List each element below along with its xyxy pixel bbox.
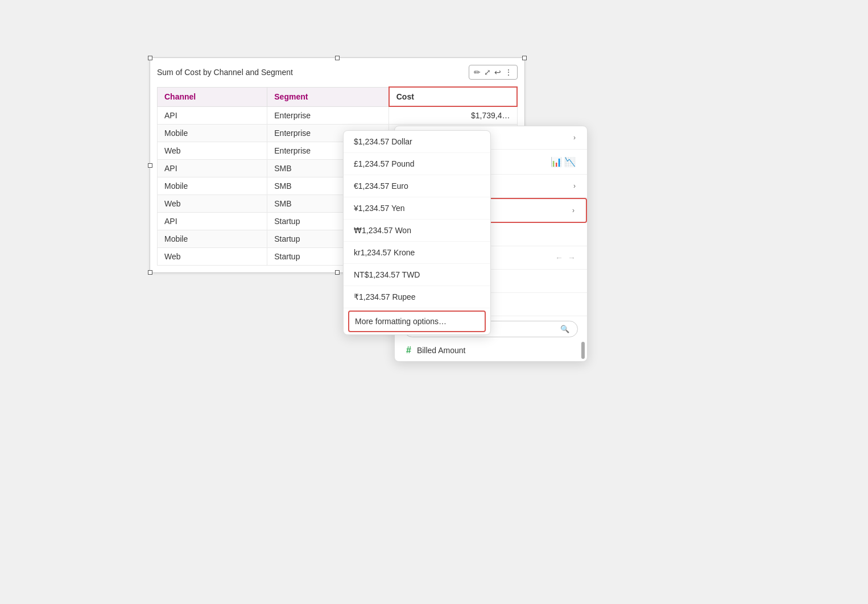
- handle-tm[interactable]: [335, 56, 340, 60]
- more-icon[interactable]: ⋮: [505, 68, 512, 77]
- submenu-item-more[interactable]: More formatting options…: [348, 311, 486, 332]
- sort-icons: 📊 📉: [551, 156, 576, 167]
- move-left-icon[interactable]: ←: [555, 253, 563, 262]
- cell-channel: Web: [158, 248, 267, 266]
- scroll-indicator: [581, 342, 585, 359]
- table-row: API Enterprise $1,739,4…: [158, 106, 518, 125]
- submenu-item-euro[interactable]: €1,234.57 Euro: [344, 175, 490, 197]
- submenu-item-twd[interactable]: NT$1,234.57 TWD: [344, 264, 490, 286]
- handle-ml[interactable]: [148, 163, 152, 168]
- search-icon: 🔍: [560, 325, 569, 333]
- cell-segment: Enterprise: [267, 106, 389, 125]
- submenu-item-dollar[interactable]: $1,234.57 Dollar: [344, 131, 490, 153]
- cell-channel: API: [158, 160, 267, 177]
- submenu-item-yen[interactable]: ¥1,234.57 Yen: [344, 197, 490, 220]
- cell-channel: API: [158, 213, 267, 230]
- cell-channel: Mobile: [158, 125, 267, 142]
- cell-cost: $1,739,4…: [389, 106, 517, 125]
- col-header-cost[interactable]: Cost: [389, 87, 517, 106]
- move-right-icon[interactable]: →: [568, 253, 576, 262]
- handle-bl[interactable]: [148, 270, 152, 275]
- submenu-item-won[interactable]: ₩1,234.57 Won: [344, 220, 490, 242]
- submenu-item-pound[interactable]: £1,234.57 Pound: [344, 153, 490, 175]
- handle-bm[interactable]: [335, 270, 340, 275]
- col-header-segment[interactable]: Segment: [267, 87, 389, 106]
- field-type-icon: #: [406, 345, 411, 355]
- cell-channel: Web: [158, 195, 267, 213]
- submenu-item-rupee[interactable]: ₹1,234.57 Rupee: [344, 286, 490, 308]
- handle-tr[interactable]: [522, 56, 527, 60]
- edit-icon[interactable]: ✏: [474, 68, 481, 77]
- field-label: Billed Amount: [417, 346, 466, 355]
- cell-channel: Mobile: [158, 230, 267, 248]
- widget-header: Sum of Cost by Channel and Segment ✏ ⤢ ↩…: [157, 65, 518, 80]
- sort-desc-icon[interactable]: 📉: [564, 156, 576, 167]
- cell-channel: Mobile: [158, 177, 267, 195]
- move-arrows: ← →: [555, 253, 576, 262]
- field-item[interactable]: # Billed Amount: [395, 340, 587, 361]
- handle-tl[interactable]: [148, 56, 152, 60]
- submenu-item-krone[interactable]: kr1,234.57 Krone: [344, 242, 490, 264]
- undo-icon[interactable]: ↩: [494, 68, 501, 77]
- cell-channel: API: [158, 106, 267, 125]
- format-submenu: $1,234.57 Dollar£1,234.57 Pound€1,234.57…: [343, 130, 491, 335]
- format-chevron: ›: [572, 206, 574, 214]
- sort-asc-icon[interactable]: 📊: [551, 156, 562, 167]
- cell-channel: Web: [158, 142, 267, 160]
- widget-toolbar: ✏ ⤢ ↩ ⋮: [469, 65, 518, 80]
- expand-icon[interactable]: ⤢: [484, 68, 491, 77]
- show-as-chevron: ›: [573, 182, 576, 190]
- col-header-channel[interactable]: Channel: [158, 87, 267, 106]
- aggregate-chevron: ›: [573, 134, 576, 142]
- widget-title: Sum of Cost by Channel and Segment: [157, 68, 293, 77]
